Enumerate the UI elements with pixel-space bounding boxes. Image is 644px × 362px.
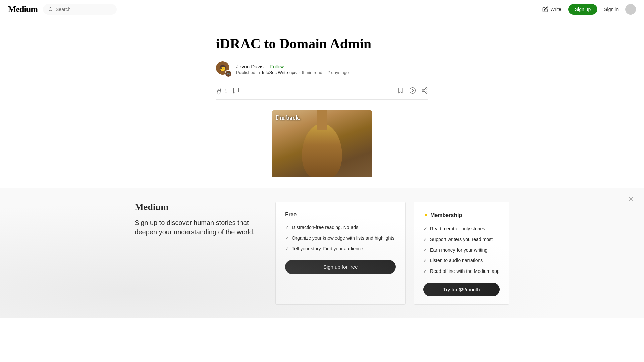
check-icon-m2: ✓ [423,236,427,243]
author-avatar-secondary: 🎮 [225,70,232,77]
membership-feature-1: ✓ Read member-only stories [423,226,500,232]
comment-button[interactable] [233,87,239,95]
check-icon-m3: ✓ [423,247,427,254]
check-icon-m1: ✓ [423,226,427,232]
dot-separator: · [266,64,268,69]
search-container [43,4,117,15]
action-bar: 1 [216,83,428,100]
signup-free-button[interactable]: Sign up for free [285,260,396,274]
svg-line-1 [52,10,53,11]
article-container: iDRAC to Domain Admin 🧑 🎮 Jevon Davis · … [208,19,436,177]
avatar[interactable] [625,4,636,15]
read-time: 6 min read [302,70,322,75]
membership-title-text: Membership [430,212,462,218]
free-feature-text-3: Tell your story. Find your audience. [292,246,364,252]
save-button[interactable] [397,87,404,95]
membership-feature-text-2: Support writers you read most [430,236,493,243]
action-left: 1 [216,87,239,95]
svg-point-5 [422,90,424,92]
listen-button[interactable] [409,87,416,95]
svg-line-8 [424,89,426,90]
signin-link[interactable]: Sign in [604,7,619,12]
action-right [397,87,428,95]
check-icon-2: ✓ [285,235,289,242]
free-feature-3: ✓ Tell your story. Find your audience. [285,246,396,252]
article-title: iDRAC to Domain Admin [216,35,428,52]
close-icon [627,196,634,202]
svg-point-2 [410,88,416,94]
svg-point-4 [426,88,427,89]
promo-tagline: Sign up to discover human stories that d… [135,218,262,237]
free-plan-card: Free ✓ Distraction-free reading. No ads.… [275,202,406,305]
free-feature-1: ✓ Distraction-free reading. No ads. [285,224,396,231]
plans-section: Free ✓ Distraction-free reading. No ads.… [275,202,509,305]
free-plan-title: Free [285,212,396,218]
author-info: Jevon Davis · Follow Published in InfoSe… [236,64,349,75]
membership-feature-text-4: Listen to audio narrations [430,257,483,264]
membership-feature-text-3: Earn money for your writing [430,247,487,254]
meta-dot-2: · [324,70,326,75]
share-icon [421,87,428,94]
published-prefix: Published in [236,70,260,75]
clap-button[interactable]: 1 [216,88,227,95]
free-feature-text-2: Organize your knowledge with lists and h… [292,235,396,242]
publication-link[interactable]: InfoSec Write-ups [262,70,297,75]
author-name[interactable]: Jevon Davis [236,64,264,69]
search-icon [48,7,53,12]
membership-plan-card: ✦ Membership ✓ Read member-only stories … [414,202,509,305]
overlay-medium-logo: Medium [135,202,262,213]
author-row: 🧑 🎮 Jevon Davis · Follow Published in In… [216,61,428,77]
membership-feature-5: ✓ Read offline with the Medium app [423,268,500,275]
image-caption: I'm back. [276,114,300,121]
svg-marker-3 [412,89,414,92]
nav-right: Write Sign up Sign in [542,4,636,15]
svg-line-7 [424,91,426,92]
membership-feature-2: ✓ Support writers you read most [423,236,500,243]
medium-promo-section: Medium Sign up to discover human stories… [135,202,262,305]
share-button[interactable] [421,87,428,95]
meta-dot-1: · [299,70,300,75]
search-input[interactable] [56,7,111,12]
star-icon: ✦ [423,212,428,219]
follow-button[interactable]: Follow [270,64,284,69]
author-name-row: Jevon Davis · Follow [236,64,349,69]
signup-overlay: Medium Sign up to discover human stories… [0,188,644,318]
comment-icon [233,87,239,94]
clap-count: 1 [225,88,227,94]
free-feature-text-1: Distraction-free reading. No ads. [292,224,360,231]
signup-membership-button[interactable]: Try for $5/month [423,283,500,296]
membership-feature-4: ✓ Listen to audio narrations [423,257,500,264]
write-icon [542,6,548,12]
check-icon-m4: ✓ [423,257,427,264]
write-label: Write [550,7,561,12]
close-overlay-button[interactable] [625,194,636,204]
free-feature-2: ✓ Organize your knowledge with lists and… [285,235,396,242]
check-icon-3: ✓ [285,246,289,252]
free-feature-list: ✓ Distraction-free reading. No ads. ✓ Or… [285,224,396,252]
signup-button[interactable]: Sign up [568,4,597,15]
membership-feature-list: ✓ Read member-only stories ✓ Support wri… [423,226,500,275]
author-avatar: 🧑 🎮 [216,61,232,77]
membership-plan-title: ✦ Membership [423,212,500,219]
medium-logo[interactable]: Medium [8,4,38,14]
article-image: I'm back. [216,110,428,177]
check-icon-m5: ✓ [423,268,427,275]
membership-feature-text-1: Read member-only stories [430,226,485,232]
svg-point-6 [426,92,427,94]
check-icon-1: ✓ [285,224,289,231]
clap-icon [216,88,223,95]
write-button[interactable]: Write [542,6,561,12]
membership-feature-3: ✓ Earn money for your writing [423,247,500,254]
bookmark-icon [397,87,404,94]
article-meta: Published in InfoSec Write-ups · 6 min r… [236,70,349,75]
navigation: Medium Write Sign up Sign in [0,0,644,19]
play-icon [409,87,416,94]
membership-feature-text-5: Read offline with the Medium app [430,268,500,275]
published-date: 2 days ago [328,70,349,75]
